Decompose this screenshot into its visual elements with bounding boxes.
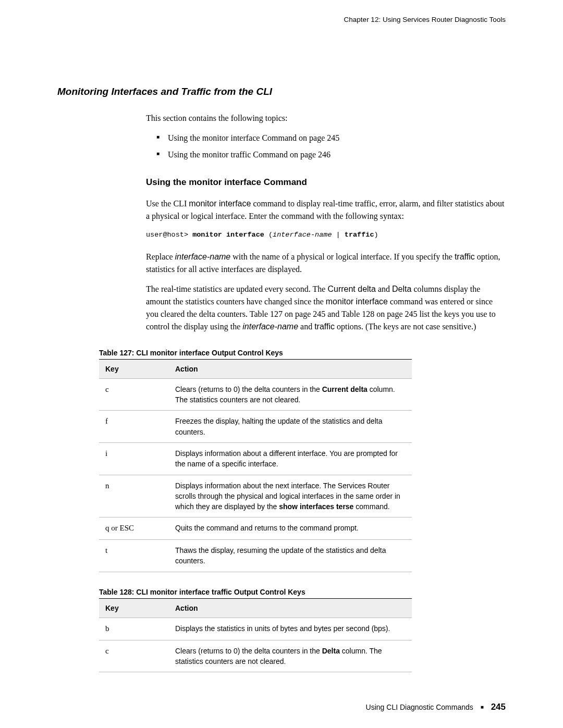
table-row: t Thaws the display, resuming the update… (99, 540, 412, 572)
column-header-key: Key (99, 359, 169, 378)
argument: interface-name (273, 231, 332, 239)
table-caption: Table 128: CLI monitor interface traffic… (99, 588, 506, 596)
table-row: c Clears (returns to 0) the delta counte… (99, 640, 412, 672)
table-header-row: Key Action (99, 359, 412, 378)
command-name: monitor interface (192, 231, 264, 239)
inline-term: Delta (322, 647, 340, 655)
cell-action: Displays information about the next inte… (169, 475, 412, 517)
table-row: b Displays the statistics in units of by… (99, 618, 412, 640)
inline-term: Delta (392, 285, 411, 293)
text: Clears (returns to 0) the delta counters… (175, 647, 322, 655)
column-header-key: Key (99, 598, 169, 618)
inline-option: traffic (455, 252, 475, 261)
text: Replace (146, 252, 175, 261)
table-caption: Table 127: CLI monitor interface Output … (99, 349, 506, 357)
option: traffic (345, 231, 374, 239)
cell-action: Displays information about a different i… (169, 442, 412, 475)
table-127: Key Action c Clears (returns to 0) the d… (99, 359, 412, 572)
inline-option: traffic (314, 322, 335, 331)
cell-key: t (99, 540, 169, 572)
text: Clears (returns to 0) the delta counters… (175, 385, 322, 393)
cell-action: Freezes the display, halting the update … (169, 411, 412, 443)
text: ( (264, 231, 273, 239)
text: Use the CLI (146, 199, 189, 208)
text: command. (353, 502, 389, 511)
table-128: Key Action b Displays the statistics in … (99, 598, 412, 672)
text: with the name of a physical or logical i… (230, 252, 455, 261)
cell-action: Thaws the display, resuming the update o… (169, 540, 412, 572)
cell-action: Quits the command and returns to the com… (169, 517, 412, 540)
inline-argument: interface-name (175, 252, 231, 261)
list-item: Using the monitor interface Command on p… (156, 132, 506, 144)
cell-key: c (99, 378, 169, 411)
inline-argument: interface-name (242, 322, 298, 331)
list-item: Using the monitor traffic Command on pag… (156, 149, 506, 161)
cell-key: i (99, 442, 169, 475)
text: The real-time statistics are updated eve… (146, 285, 327, 293)
cell-action: Clears (returns to 0) the delta counters… (169, 640, 412, 672)
cell-key: f (99, 411, 169, 443)
table-header-row: Key Action (99, 598, 412, 618)
text: and (376, 285, 392, 293)
inline-term: Current delta (327, 285, 376, 293)
cell-action: Clears (returns to 0) the delta counters… (169, 378, 412, 411)
footer-text: Using CLI Diagnostic Commands (366, 703, 473, 711)
paragraph: Replace interface-name with the name of … (146, 251, 506, 276)
text: ) (374, 231, 378, 239)
prompt: user@host> (146, 231, 192, 239)
table-row: q or ESC Quits the command and returns t… (99, 517, 412, 540)
body-content: This section contains the following topi… (146, 112, 506, 333)
inline-command: monitor interface (326, 297, 388, 306)
intro-paragraph: This section contains the following topi… (146, 112, 506, 125)
topic-list: Using the monitor interface Command on p… (146, 132, 506, 161)
table-row: n Displays information about the next in… (99, 475, 412, 517)
running-header: Chapter 12: Using Services Router Diagno… (57, 16, 506, 23)
table-row: i Displays information about a different… (99, 442, 412, 475)
square-icon: ■ (481, 704, 484, 710)
cell-key: b (99, 618, 169, 640)
cell-action: Displays the statistics in units of byte… (169, 618, 412, 640)
code-block: user@host> monitor interface (interface-… (146, 230, 506, 240)
inline-term: Current delta (322, 385, 368, 393)
cell-key: c (99, 640, 169, 672)
page: Chapter 12: Using Services Router Diagno… (0, 0, 563, 728)
text: options. (The keys are not case sensitiv… (335, 322, 476, 331)
table-row: c Clears (returns to 0) the delta counte… (99, 378, 412, 411)
text: | (332, 231, 344, 239)
table-row: f Freezes the display, halting the updat… (99, 411, 412, 443)
page-footer: Using CLI Diagnostic Commands ■ 245 (366, 702, 506, 712)
paragraph: Use the CLI monitor interface command to… (146, 198, 506, 223)
column-header-action: Action (169, 598, 412, 618)
inline-command: show interfaces terse (279, 502, 353, 511)
column-header-action: Action (169, 359, 412, 378)
text: and (298, 322, 314, 331)
paragraph: The real-time statistics are updated eve… (146, 283, 506, 333)
section-heading: Monitoring Interfaces and Traffic from t… (57, 86, 506, 97)
cell-key: q or ESC (99, 517, 169, 540)
page-number: 245 (491, 702, 506, 712)
cell-key: n (99, 475, 169, 517)
subsection-heading: Using the monitor interface Command (146, 176, 506, 189)
inline-command: monitor interface (189, 199, 251, 208)
